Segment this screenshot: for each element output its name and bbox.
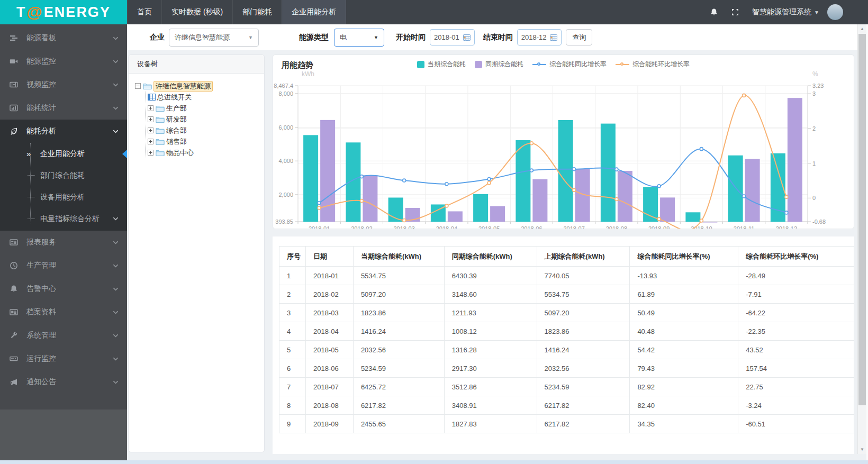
table-row[interactable]: 52018-052032.561316.281416.2454.4243.52 <box>279 341 854 359</box>
bar-同期综合能耗 <box>618 171 632 222</box>
chevron-down-icon: ▼ <box>374 35 378 40</box>
nav-tab-1[interactable]: 实时数据 (秒级) <box>161 0 232 24</box>
table-row[interactable]: 72018-076425.723512.865234.5982.9222.75 <box>279 378 854 396</box>
nav-tab-2[interactable]: 部门能耗 <box>232 0 282 24</box>
table-cell: 6217.82 <box>537 415 630 433</box>
table-row[interactable]: 62018-065234.592917.302032.5679.43157.54 <box>279 359 854 378</box>
legend-line-swatch <box>616 62 629 67</box>
x-axis-label: 2018-08 <box>606 225 627 229</box>
sidebar-item[interactable]: 能耗统计 <box>0 96 127 120</box>
tree-node[interactable]: 生产部 <box>146 103 258 114</box>
table-cell: 5234.59 <box>537 378 630 396</box>
table-cell: 2 <box>279 285 306 304</box>
tree-node[interactable]: 物品中心 <box>146 147 258 158</box>
sidebar-item[interactable]: 能源监控 <box>0 50 127 73</box>
x-axis-label: 2018-11 <box>734 225 755 229</box>
bar-当期综合能耗 <box>346 142 360 222</box>
folder-icon <box>156 105 165 112</box>
sidebar-subitem[interactable]: 电量指标综合分析 <box>0 208 127 230</box>
system-title-menu[interactable]: 智慧能源管理系统 ▼ <box>752 7 819 17</box>
tree-root-label[interactable]: 许继信息智慧能源 <box>153 81 213 92</box>
end-date-input[interactable]: 2018-12 <box>517 29 562 46</box>
tree-node-label[interactable]: 总进线开关 <box>157 93 192 102</box>
table-cell: 4 <box>279 322 306 341</box>
dashboard-icon <box>10 34 20 42</box>
y-axis-label-left: 8,467.4 <box>274 83 293 89</box>
sidebar-subitem[interactable]: »企业用能分析 <box>0 143 127 165</box>
sidebar-item[interactable]: 档案资料 <box>0 301 127 324</box>
marker-综合能耗环比增长率 <box>573 188 576 192</box>
chevron-down-icon <box>113 105 119 111</box>
table-row[interactable]: 12018-015534.756430.397740.05-13.93-28.4… <box>279 267 854 285</box>
bar-当期综合能耗 <box>601 124 616 222</box>
table-cell: 2032.56 <box>353 341 444 359</box>
tree-node[interactable]: 总进线开关 <box>146 92 258 103</box>
y-axis-label-right: 3.23 <box>812 83 824 89</box>
sidebar-item[interactable]: 能源看板 <box>0 26 127 50</box>
sidebar-subitem[interactable]: 部门综合能耗 <box>0 165 127 186</box>
legend-swatch <box>417 61 424 68</box>
sidebar-item[interactable]: 能耗分析 <box>0 120 127 143</box>
table-cell: 5234.59 <box>353 359 444 378</box>
bar-同期综合能耗 <box>448 211 463 222</box>
nav-tab-3[interactable]: 企业用能分析 <box>282 0 346 24</box>
marker-综合能耗环比增长率 <box>318 206 321 210</box>
company-select[interactable]: 许继信息智慧能源 ▼ <box>169 29 259 47</box>
table-cell: 79.43 <box>630 359 738 378</box>
app-logo[interactable]: T@ENERGY <box>0 0 127 24</box>
tree-node[interactable]: 销售部 <box>146 136 258 147</box>
scroll-down-arrow-icon[interactable]: ▼ <box>858 445 866 454</box>
horizontal-scrollbar-strip[interactable] <box>0 460 868 464</box>
sidebar-subitem[interactable]: 设备用能分析 <box>0 186 127 208</box>
user-avatar[interactable] <box>827 4 843 20</box>
plus-box-icon <box>148 150 153 156</box>
company-label: 企业 <box>150 33 165 42</box>
calendar-icon[interactable] <box>463 34 471 41</box>
tree-node-label[interactable]: 物品中心 <box>166 148 194 158</box>
notification-bell-icon[interactable] <box>710 8 718 16</box>
tree-node[interactable]: 综合部 <box>146 125 258 136</box>
chevron-down-icon <box>113 263 119 269</box>
marker-综合能耗同比增长率 <box>487 178 491 181</box>
nav-tab-0[interactable]: 首页 <box>127 0 161 24</box>
sidebar-item[interactable]: 运行监控 <box>0 347 127 370</box>
sidebar-item[interactable]: 通知公告 <box>0 370 127 394</box>
sidebar-item[interactable]: 生产管理 <box>0 254 127 277</box>
tree-node-label[interactable]: 销售部 <box>166 137 187 147</box>
tree-node-label[interactable]: 综合部 <box>166 126 187 135</box>
scrollbar-thumb[interactable] <box>858 34 866 405</box>
table-row[interactable]: 32018-031823.861211.935097.2050.49-64.22 <box>279 304 854 322</box>
sidebar-item-label: 系统管理 <box>26 331 56 340</box>
legend-item[interactable]: 当期综合能耗 <box>417 60 466 69</box>
meter-icon <box>148 94 156 101</box>
table-cell: 82.40 <box>630 396 738 415</box>
sidebar-item[interactable]: 视频监控 <box>0 73 127 96</box>
calendar-icon[interactable] <box>550 34 557 41</box>
tree-node-label[interactable]: 生产部 <box>166 104 187 113</box>
table-row[interactable]: 82018-086217.823408.916217.8282.40-3.24 <box>279 396 854 415</box>
vertical-scrollbar[interactable]: ▲ ▼ <box>857 24 866 454</box>
tree-node-label[interactable]: 研发部 <box>166 115 187 124</box>
legend-item[interactable]: 综合能耗环比增长率 <box>616 60 690 69</box>
marker-综合能耗同比增长率 <box>785 211 788 214</box>
chevron-down-icon <box>113 216 119 222</box>
scroll-up-arrow-icon[interactable]: ▲ <box>858 24 866 33</box>
sidebar-item[interactable]: 报表服务 <box>0 231 127 254</box>
tree-node[interactable]: 研发部 <box>146 114 258 125</box>
query-button[interactable]: 查询 <box>566 29 592 46</box>
sidebar-item[interactable]: 告警中心 <box>0 277 127 301</box>
sidebar-item[interactable]: 系统管理 <box>0 324 127 347</box>
fullscreen-icon[interactable] <box>731 8 739 16</box>
table-cell: 34.35 <box>630 415 738 433</box>
report-icon <box>10 238 20 247</box>
table-row[interactable]: 22018-025097.203148.605534.7561.89-7.91 <box>279 285 854 304</box>
table-row[interactable]: 42018-041416.241008.121823.8640.48-22.35 <box>279 322 854 341</box>
tree-node-root[interactable]: 许继信息智慧能源 <box>135 80 258 92</box>
logo-part-energy: ENERGY <box>44 4 111 21</box>
legend-item[interactable]: 同期综合能耗 <box>475 60 523 69</box>
energy-type-select[interactable]: 电 ▼ <box>334 29 384 47</box>
start-date-input[interactable]: 2018-01 <box>430 29 475 46</box>
table-row[interactable]: 92018-092455.651827.836217.8234.35-60.51 <box>279 415 854 433</box>
table-cell: -64.22 <box>738 304 854 322</box>
legend-item[interactable]: 综合能耗同比增长率 <box>532 60 607 69</box>
